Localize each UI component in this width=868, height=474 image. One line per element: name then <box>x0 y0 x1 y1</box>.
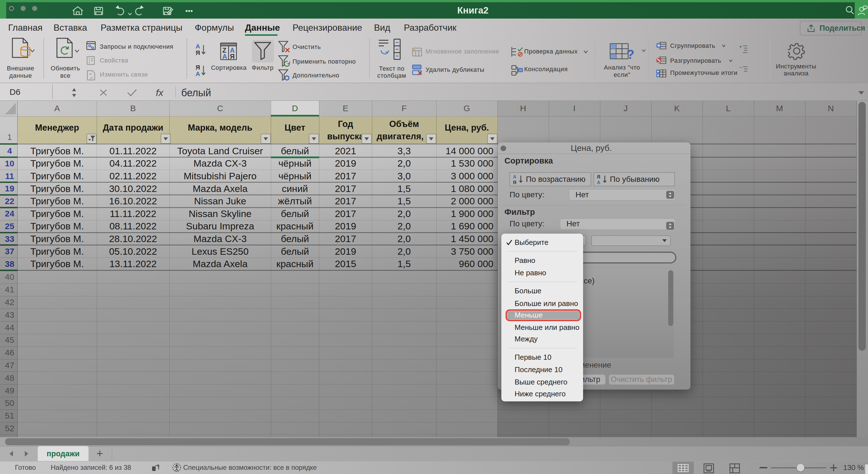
svg-text:Я: Я <box>513 180 516 184</box>
svg-text:А: А <box>513 174 516 179</box>
svg-text:Я: Я <box>597 174 600 179</box>
svg-text:А: А <box>195 70 200 76</box>
svg-text:A: A <box>222 53 227 60</box>
svg-text:Я: Я <box>195 49 200 56</box>
svg-text:?: ? <box>626 47 634 60</box>
svg-text:А: А <box>597 180 600 184</box>
svg-text:А: А <box>195 43 200 50</box>
svg-text:Я: Я <box>230 53 235 60</box>
svg-text:Я: Я <box>195 64 200 71</box>
